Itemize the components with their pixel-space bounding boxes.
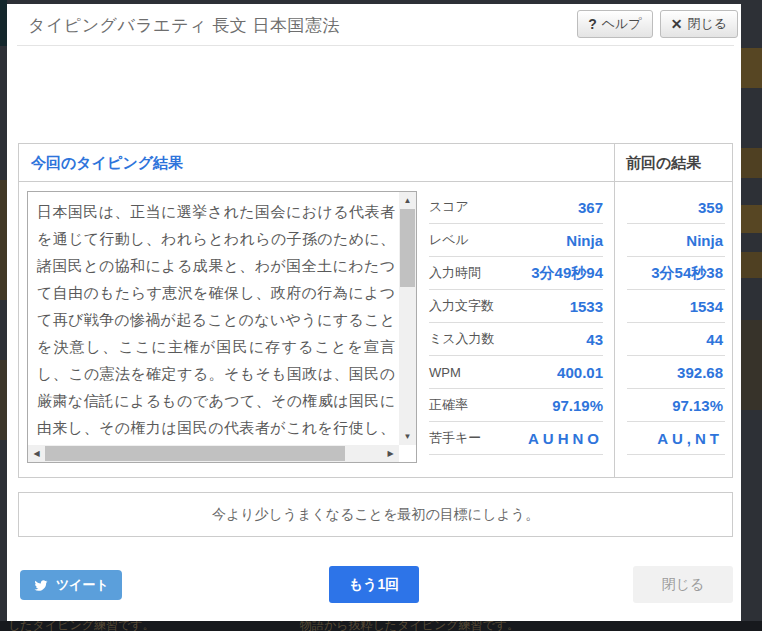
header-buttons: ? ヘルプ ✕ 閉じる bbox=[577, 10, 738, 38]
stat-row-wpm: WPM 400.01 bbox=[429, 356, 603, 389]
backdrop-patch bbox=[0, 180, 7, 300]
stat-value: Ninja bbox=[566, 232, 603, 249]
stat-value: 3分49秒94 bbox=[531, 264, 603, 283]
advice-message: 今より少しうまくなることを最初の目標にしよう。 bbox=[212, 506, 539, 524]
result-section-header: 今回のタイピング結果 前回の結果 bbox=[19, 144, 732, 182]
stat-row-weak-keys: 苦手キー AUHNO bbox=[429, 422, 603, 455]
backdrop-patch bbox=[741, 148, 762, 178]
prev-value-row: 44 bbox=[627, 323, 725, 356]
stat-value: 97.19% bbox=[552, 397, 603, 414]
result-section: 今回のタイピング結果 前回の結果 日本国民は、正当に選挙された国会における代表者… bbox=[18, 143, 733, 478]
prev-value: AU,NT bbox=[657, 430, 725, 447]
footer-close-button[interactable]: 閉じる bbox=[633, 566, 733, 603]
close-button-label: 閉じる bbox=[687, 15, 727, 33]
prev-value: 1534 bbox=[690, 298, 725, 315]
prev-value-row: 392.68 bbox=[627, 356, 725, 389]
prev-value-row: 359 bbox=[627, 191, 725, 224]
twitter-bird-icon bbox=[33, 579, 49, 592]
vertical-scrollbar[interactable]: ▲ ▼ bbox=[399, 192, 416, 445]
question-icon: ? bbox=[588, 16, 597, 32]
backdrop-patch bbox=[741, 320, 762, 410]
tweet-button-label: ツイート bbox=[56, 576, 109, 594]
scroll-left-icon[interactable]: ◀ bbox=[28, 445, 45, 462]
horizontal-scroll-thumb[interactable] bbox=[45, 446, 345, 461]
stat-label: ミス入力数 bbox=[429, 330, 495, 348]
stat-row-misses: ミス入力数 43 bbox=[429, 323, 603, 356]
backdrop-patch bbox=[741, 252, 762, 278]
prev-value: 44 bbox=[706, 331, 725, 348]
scroll-down-icon[interactable]: ▼ bbox=[399, 428, 416, 445]
stat-value: 367 bbox=[578, 199, 603, 216]
prev-value-row: Ninja bbox=[627, 224, 725, 257]
help-button-label: ヘルプ bbox=[602, 15, 642, 33]
help-button[interactable]: ? ヘルプ bbox=[577, 10, 652, 38]
tweet-button[interactable]: ツイート bbox=[20, 570, 122, 600]
prev-value: Ninja bbox=[686, 232, 725, 249]
stat-row-time: 入力時間 3分49秒94 bbox=[429, 257, 603, 290]
stat-label: 苦手キー bbox=[429, 429, 481, 447]
prev-value: 97.13% bbox=[672, 397, 725, 414]
previous-stats-column: 359 Ninja 3分54秒38 1534 44 392.68 97.13% … bbox=[615, 191, 733, 455]
stat-value: 1533 bbox=[570, 298, 603, 315]
scroll-right-icon[interactable]: ▶ bbox=[382, 445, 399, 462]
stat-value: AUHNO bbox=[528, 430, 603, 447]
passage-box: 日本国民は、正当に選挙された国会における代表者を通じて行動し、われらとわれらの子… bbox=[27, 191, 417, 463]
stat-row-score: スコア 367 bbox=[429, 191, 603, 224]
prev-value: 392.68 bbox=[677, 364, 725, 381]
backdrop-patch bbox=[741, 205, 762, 233]
stat-label: 正確率 bbox=[429, 396, 468, 414]
advice-message-box: 今より少しうまくなることを最初の目標にしよう。 bbox=[18, 492, 733, 537]
prev-value-row: 3分54秒38 bbox=[627, 257, 725, 290]
stat-label: WPM bbox=[429, 365, 461, 380]
stat-row-chars: 入力文字数 1533 bbox=[429, 290, 603, 323]
prev-value-row: 97.13% bbox=[627, 389, 725, 422]
stat-label: レベル bbox=[429, 231, 469, 249]
prev-value: 359 bbox=[698, 199, 725, 216]
stat-label: 入力文字数 bbox=[429, 297, 494, 315]
backdrop-patch bbox=[0, 360, 7, 440]
dimmed-page-strip: したタイピング練習です。 物語から抜粋したタイピング練習です。 bbox=[0, 621, 762, 631]
dialog-close-button[interactable]: ✕ 閉じる bbox=[660, 10, 738, 38]
result-dialog: タイピングバラエティ 長文 日本国憲法 ? ヘルプ ✕ 閉じる 今回のタイピング… bbox=[7, 4, 741, 621]
prev-value-row: AU,NT bbox=[627, 422, 725, 455]
stat-row-level: レベル Ninja bbox=[429, 224, 603, 257]
scroll-up-icon[interactable]: ▲ bbox=[399, 192, 416, 209]
backdrop-text: したタイピング練習です。 bbox=[8, 621, 155, 631]
vertical-scroll-thumb[interactable] bbox=[400, 209, 415, 287]
previous-result-title: 前回の結果 bbox=[626, 154, 701, 173]
retry-button[interactable]: もう1回 bbox=[329, 566, 419, 603]
current-result-title: 今回のタイピング結果 bbox=[31, 154, 183, 173]
horizontal-scrollbar[interactable]: ◀ ▶ bbox=[28, 445, 399, 462]
close-icon: ✕ bbox=[671, 16, 683, 32]
dialog-title: タイピングバラエティ 長文 日本国憲法 bbox=[28, 14, 340, 37]
prev-value-row: 1534 bbox=[627, 290, 725, 323]
prev-value: 3分54秒38 bbox=[651, 264, 725, 283]
stat-value: 43 bbox=[586, 331, 603, 348]
stat-value: 400.01 bbox=[557, 364, 603, 381]
stat-row-accuracy: 正確率 97.19% bbox=[429, 389, 603, 422]
stat-label: 入力時間 bbox=[429, 264, 481, 282]
backdrop-patch bbox=[741, 48, 762, 88]
dialog-header: タイピングバラエティ 長文 日本国憲法 ? ヘルプ ✕ 閉じる bbox=[7, 4, 741, 45]
backdrop-patch bbox=[0, 0, 7, 46]
passage-text: 日本国民は、正当に選挙された国会における代表者を通じて行動し、われらとわれらの子… bbox=[28, 192, 399, 445]
stat-label: スコア bbox=[429, 198, 469, 216]
current-stats-table: スコア 367 レベル Ninja 入力時間 3分49秒94 入力文字数 153… bbox=[429, 191, 603, 455]
header-divider bbox=[17, 45, 734, 46]
backdrop-text: 物語から抜粋したタイピング練習です。 bbox=[300, 621, 519, 631]
